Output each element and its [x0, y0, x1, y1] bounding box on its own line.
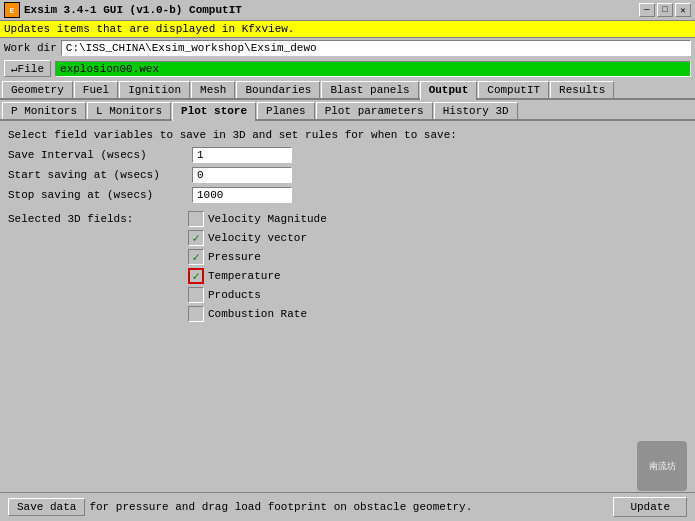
- title-bar-left: E Exsim 3.4-1 GUI (v1.0-b) ComputIT: [4, 2, 242, 18]
- work-dir-row: Work dir C:\ISS_CHINA\Exsim_workshop\Exs…: [0, 38, 695, 58]
- inner-tab-bar: P Monitors L Monitors Plot store Planes …: [0, 100, 695, 121]
- minimize-button[interactable]: —: [639, 3, 655, 17]
- watermark: 南流坊: [637, 441, 687, 491]
- section-description: Select field variables to save in 3D and…: [8, 129, 687, 141]
- info-bar: Updates items that are displayed in Kfxv…: [0, 21, 695, 38]
- outer-tab-bar: Geometry Fuel Ignition Mesh Boundaries B…: [0, 79, 695, 100]
- checkbox-row-velocity-vector: Velocity vector: [188, 230, 327, 246]
- fields-3d-section: Selected 3D fields: Velocity Magnitude V…: [8, 211, 687, 322]
- title-bar: E Exsim 3.4-1 GUI (v1.0-b) ComputIT — □ …: [0, 0, 695, 21]
- info-text: Updates items that are displayed in Kfxv…: [4, 23, 294, 35]
- checkbox-combustion-rate[interactable]: [188, 306, 204, 322]
- window-title: Exsim 3.4-1 GUI (v1.0-b) ComputIT: [24, 4, 242, 16]
- maximize-button[interactable]: □: [657, 3, 673, 17]
- bottom-left: Save data for pressure and drag load foo…: [8, 498, 472, 516]
- bottom-bar: Save data for pressure and drag load foo…: [0, 492, 695, 521]
- checkbox-products[interactable]: [188, 287, 204, 303]
- fields-3d-label: Selected 3D fields:: [8, 211, 188, 225]
- bottom-description: for pressure and drag load footprint on …: [89, 501, 472, 513]
- stop-saving-row: Stop saving at (wsecs): [8, 187, 687, 203]
- start-saving-input[interactable]: [192, 167, 292, 183]
- file-button[interactable]: ↵File: [4, 60, 51, 77]
- tab-p-monitors[interactable]: P Monitors: [2, 102, 86, 119]
- tab-mesh[interactable]: Mesh: [191, 81, 235, 98]
- start-saving-row: Start saving at (wsecs): [8, 167, 687, 183]
- file-value: explosion00.wex: [55, 61, 691, 77]
- start-saving-label: Start saving at (wsecs): [8, 169, 188, 181]
- update-button[interactable]: Update: [613, 497, 687, 517]
- save-interval-row: Save Interval (wsecs): [8, 147, 687, 163]
- label-pressure: Pressure: [208, 251, 261, 263]
- tab-planes[interactable]: Planes: [257, 102, 315, 119]
- tab-fuel[interactable]: Fuel: [74, 81, 118, 98]
- checkbox-row-temperature: Temperature: [188, 268, 327, 284]
- tab-l-monitors[interactable]: L Monitors: [87, 102, 171, 119]
- close-button[interactable]: ✕: [675, 3, 691, 17]
- tab-results[interactable]: Results: [550, 81, 614, 98]
- checkbox-row-pressure: Pressure: [188, 249, 327, 265]
- work-dir-value[interactable]: C:\ISS_CHINA\Exsim_workshop\Exsim_dewo: [61, 40, 691, 56]
- label-temperature: Temperature: [208, 270, 281, 282]
- tab-geometry[interactable]: Geometry: [2, 81, 73, 98]
- checkbox-temperature[interactable]: [188, 268, 204, 284]
- checkbox-pressure[interactable]: [188, 249, 204, 265]
- file-row: ↵File explosion00.wex: [0, 58, 695, 79]
- label-velocity-magnitude: Velocity Magnitude: [208, 213, 327, 225]
- tab-computit[interactable]: ComputIT: [478, 81, 549, 98]
- tab-blast-panels[interactable]: Blast panels: [321, 81, 418, 98]
- checkbox-row-velocity-magnitude: Velocity Magnitude: [188, 211, 327, 227]
- checkboxes-column: Velocity Magnitude Velocity vector Press…: [188, 211, 327, 322]
- label-velocity-vector: Velocity vector: [208, 232, 307, 244]
- title-bar-controls: — □ ✕: [639, 3, 691, 17]
- save-interval-label: Save Interval (wsecs): [8, 149, 188, 161]
- checkbox-row-combustion-rate: Combustion Rate: [188, 306, 327, 322]
- save-interval-input[interactable]: [192, 147, 292, 163]
- checkbox-velocity-magnitude[interactable]: [188, 211, 204, 227]
- tab-plot-store[interactable]: Plot store: [172, 102, 256, 121]
- tab-boundaries[interactable]: Boundaries: [236, 81, 320, 98]
- stop-saving-input[interactable]: [192, 187, 292, 203]
- tab-ignition[interactable]: Ignition: [119, 81, 190, 98]
- tab-history-3d[interactable]: History 3D: [434, 102, 518, 119]
- app-icon: E: [4, 2, 20, 18]
- label-products: Products: [208, 289, 261, 301]
- label-combustion-rate: Combustion Rate: [208, 308, 307, 320]
- checkbox-velocity-vector[interactable]: [188, 230, 204, 246]
- checkbox-row-products: Products: [188, 287, 327, 303]
- work-dir-label: Work dir: [4, 42, 57, 54]
- stop-saving-label: Stop saving at (wsecs): [8, 189, 188, 201]
- save-data-button[interactable]: Save data: [8, 498, 85, 516]
- tab-output[interactable]: Output: [420, 81, 478, 100]
- tab-plot-parameters[interactable]: Plot parameters: [316, 102, 433, 119]
- main-content: Select field variables to save in 3D and…: [0, 121, 695, 330]
